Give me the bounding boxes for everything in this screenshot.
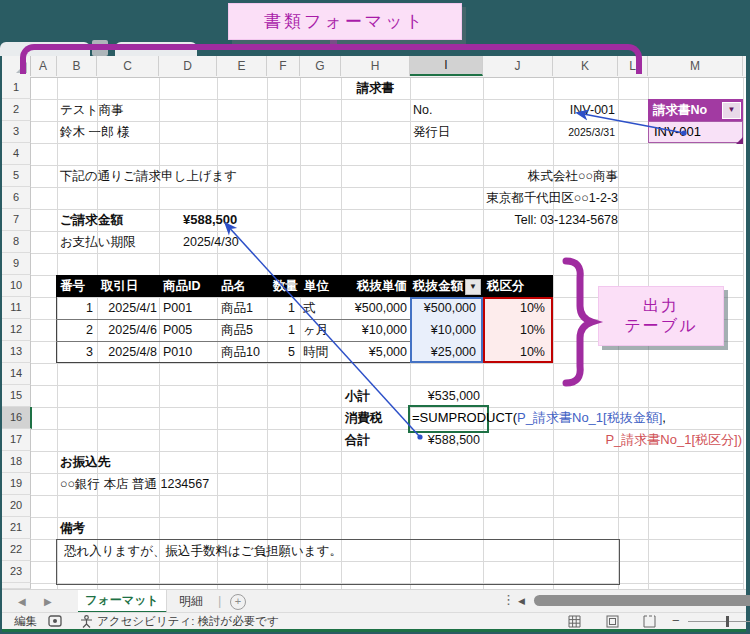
output-table-value-cell[interactable]: INV-001	[648, 121, 743, 143]
cell-issue-label[interactable]: 発行日	[413, 121, 451, 143]
table-cell[interactable]: ¥10,000	[341, 319, 407, 341]
hscroll-thumb[interactable]	[534, 595, 750, 606]
row-header-23[interactable]: 23	[2, 561, 31, 583]
row-header-17[interactable]: 17	[2, 429, 31, 451]
table-cell[interactable]: P010	[163, 341, 192, 363]
cell-customer-company[interactable]: テスト商事	[60, 99, 123, 121]
zoom-out-button[interactable]: −	[672, 613, 680, 630]
macro-record-icon[interactable]	[48, 615, 62, 627]
cell-subtotal-value[interactable]: ¥535,000	[410, 385, 480, 407]
zoom-slider-track[interactable]	[688, 621, 750, 622]
table-cell[interactable]: 5	[267, 341, 295, 363]
zoom-slider-thumb[interactable]	[726, 616, 729, 627]
row-header-22[interactable]: 22	[2, 539, 31, 561]
row-header-9[interactable]: 9	[2, 253, 31, 275]
tab-format[interactable]: フォーマット	[78, 590, 167, 613]
row-header-15[interactable]: 15	[2, 385, 31, 407]
row-header-7[interactable]: 7	[2, 209, 31, 231]
row-header-12[interactable]: 12	[2, 319, 31, 341]
tab-splitter-dots[interactable]: ⋮	[502, 592, 515, 607]
cell-notes-value[interactable]: 恐れ入りますが、振込手数料はご負担願います。	[64, 540, 342, 562]
row-header-11[interactable]: 11	[2, 297, 31, 319]
row-header-2[interactable]: 2	[2, 99, 31, 121]
page-break-view-icon[interactable]	[643, 615, 656, 628]
cell-bank-label[interactable]: お振込先	[60, 451, 110, 473]
output-table-dropdown-icon[interactable]: ▼	[722, 102, 741, 119]
table-cell[interactable]: 1	[267, 319, 295, 341]
table-cell[interactable]: P005	[163, 319, 192, 341]
table-cell[interactable]: 1	[56, 297, 93, 319]
cell-tax-label[interactable]: 消費税	[345, 407, 383, 429]
table-cell[interactable]: P001	[163, 297, 192, 319]
row-header-20[interactable]: 20	[2, 495, 31, 517]
table-cell[interactable]: ¥500,000	[341, 297, 407, 319]
th-product-id[interactable]: 商品ID	[163, 275, 201, 297]
th-product-name[interactable]: 品名	[221, 275, 246, 297]
table-cell[interactable]: ¥5,000	[341, 341, 407, 363]
row-header-21[interactable]: 21	[2, 517, 31, 539]
cell-due-date[interactable]: 2025/4/30	[183, 231, 239, 253]
cell-subtotal-label[interactable]: 小計	[345, 385, 370, 407]
table-cell[interactable]: ヶ月	[303, 319, 328, 341]
cell-amount-label[interactable]: ご請求金額	[60, 209, 123, 231]
cell-title[interactable]: 請求書	[341, 77, 410, 99]
row-header-8[interactable]: 8	[2, 231, 31, 253]
row-header-5[interactable]: 5	[2, 165, 31, 187]
tab-detail[interactable]: 明細	[166, 590, 216, 613]
cell-our-company[interactable]: 株式会社○○商事	[341, 165, 618, 187]
table-cell[interactable]: ¥500,000	[412, 297, 476, 319]
tab-nav-right-icon[interactable]: ▶	[44, 590, 52, 613]
table-cell[interactable]: 1	[267, 297, 295, 319]
row-header-18[interactable]: 18	[2, 451, 31, 473]
table-cell[interactable]: 2	[56, 319, 93, 341]
row-header-19[interactable]: 19	[2, 473, 31, 495]
hscroll-left-arrow[interactable]: ◀	[518, 596, 525, 606]
table-cell[interactable]: 10%	[483, 341, 545, 363]
cell-due-label[interactable]: お支払い期限	[60, 231, 136, 253]
cell-our-address[interactable]: 東京都千代田区○○1-2-3	[341, 187, 618, 209]
table-cell[interactable]: 式	[303, 297, 316, 319]
th-qty[interactable]: 数量	[267, 275, 298, 297]
table-cell[interactable]: 3	[56, 341, 93, 363]
normal-view-icon[interactable]	[568, 615, 581, 628]
th-number[interactable]: 番号	[60, 275, 85, 297]
filter-dropdown-button[interactable]: ▼	[465, 279, 481, 295]
cell-no-label[interactable]: No.	[413, 99, 432, 121]
table-cell[interactable]: 商品1	[221, 297, 253, 319]
add-sheet-button[interactable]: +	[230, 594, 246, 610]
cell-greeting[interactable]: 下記の通りご請求申し上げます	[60, 165, 237, 187]
table-cell[interactable]: 2025/4/1	[97, 297, 157, 319]
table-cell[interactable]: ¥10,000	[412, 319, 476, 341]
table-cell[interactable]: 10%	[483, 319, 545, 341]
accessibility-status-text[interactable]: アクセシビリティ: 検討が必要です	[97, 613, 279, 630]
table-cell[interactable]: 時間	[303, 341, 328, 363]
accessibility-icon[interactable]	[80, 615, 93, 628]
row-header-13[interactable]: 13	[2, 341, 31, 363]
cell-invoice-no[interactable]: INV-001	[553, 99, 615, 121]
table-cell[interactable]: 商品10	[221, 341, 260, 363]
fill-handle[interactable]	[736, 137, 743, 144]
row-header-14[interactable]: 14	[2, 363, 31, 385]
formula-line1[interactable]: =SUMPRODUCT(P_請求書No_1[税抜金額],	[412, 407, 666, 429]
table-cell[interactable]: 2025/4/6	[97, 319, 157, 341]
th-tax-class[interactable]: 税区分	[487, 275, 525, 297]
cell-bank-value[interactable]: ○○銀行 本店 普通 1234567	[60, 473, 209, 495]
cell-our-tel[interactable]: Tell: 03-1234-5678	[341, 209, 618, 231]
row-header-3[interactable]: 3	[2, 121, 31, 143]
page-layout-view-icon[interactable]	[606, 615, 619, 628]
tab-nav-left-icon[interactable]: ◀	[18, 590, 26, 613]
cell-amount-value[interactable]: ¥588,500	[183, 209, 237, 231]
table-cell[interactable]: ¥25,000	[412, 341, 476, 363]
row-header-4[interactable]: 4	[2, 143, 31, 165]
row-header-10[interactable]: 10	[2, 275, 31, 297]
th-unit-price[interactable]: 税抜単価	[341, 275, 407, 297]
table-cell[interactable]: 10%	[483, 297, 545, 319]
column-header-M[interactable]: M	[648, 56, 743, 76]
th-date[interactable]: 取引日	[101, 275, 139, 297]
cell-customer-name[interactable]: 鈴木 一郎 様	[60, 121, 129, 143]
row-header-1[interactable]: 1	[2, 77, 31, 99]
row-header-16[interactable]: 16	[2, 407, 32, 429]
table-cell[interactable]: 商品5	[221, 319, 253, 341]
cell-total-label[interactable]: 合計	[345, 429, 370, 451]
table-cell[interactable]: 2025/4/8	[97, 341, 157, 363]
